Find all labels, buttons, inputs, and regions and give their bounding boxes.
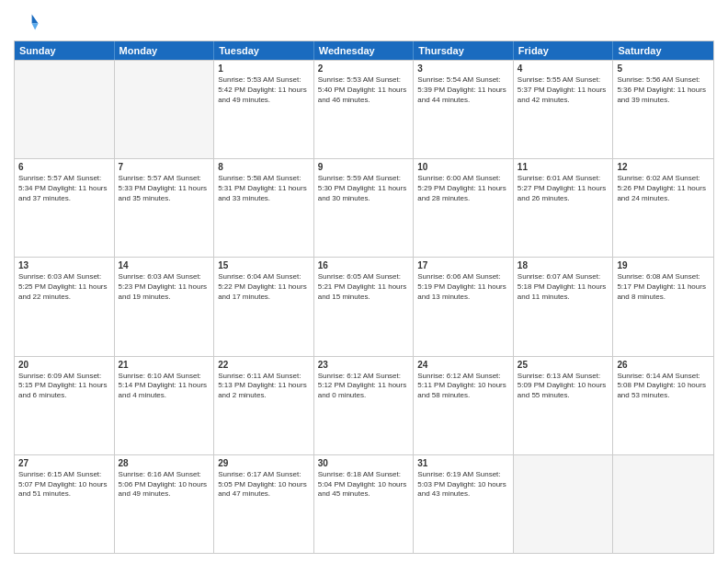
day-info: Sunrise: 6:00 AM Sunset: 5:29 PM Dayligh… [417, 174, 509, 203]
day-info: Sunrise: 6:01 AM Sunset: 5:27 PM Dayligh… [518, 174, 609, 203]
calendar-row: 20Sunrise: 6:09 AM Sunset: 5:15 PM Dayli… [15, 356, 713, 454]
day-number: 13 [18, 260, 110, 270]
day-number: 31 [417, 458, 509, 468]
day-info: Sunrise: 6:15 AM Sunset: 5:07 PM Dayligh… [18, 470, 110, 500]
calendar-cell: 17Sunrise: 6:06 AM Sunset: 5:19 PM Dayli… [414, 258, 514, 355]
calendar-cell: 18Sunrise: 6:07 AM Sunset: 5:18 PM Dayli… [514, 258, 614, 355]
day-number: 10 [417, 162, 509, 172]
calendar-row: 27Sunrise: 6:15 AM Sunset: 5:07 PM Dayli… [15, 454, 713, 553]
day-number: 26 [617, 360, 710, 370]
calendar-cell: 14Sunrise: 6:03 AM Sunset: 5:23 PM Dayli… [115, 258, 215, 355]
svg-marker-0 [32, 15, 39, 24]
day-info: Sunrise: 6:07 AM Sunset: 5:18 PM Dayligh… [518, 272, 609, 302]
day-info: Sunrise: 5:53 AM Sunset: 5:42 PM Dayligh… [218, 75, 310, 105]
day-number: 28 [119, 458, 210, 468]
day-info: Sunrise: 6:10 AM Sunset: 5:14 PM Dayligh… [119, 372, 210, 401]
day-number: 21 [119, 360, 210, 370]
calendar-cell: 24Sunrise: 6:12 AM Sunset: 5:11 PM Dayli… [414, 357, 514, 454]
day-number: 23 [318, 360, 410, 370]
calendar-row: 6Sunrise: 5:57 AM Sunset: 5:34 PM Daylig… [15, 158, 713, 257]
day-info: Sunrise: 6:18 AM Sunset: 5:04 PM Dayligh… [318, 470, 410, 500]
day-number: 24 [417, 360, 509, 370]
day-number: 9 [318, 162, 410, 172]
day-info: Sunrise: 6:17 AM Sunset: 5:05 PM Dayligh… [218, 470, 310, 500]
day-number: 6 [18, 162, 110, 172]
calendar-body: 1Sunrise: 5:53 AM Sunset: 5:42 PM Daylig… [15, 60, 713, 553]
weekday-header: Thursday [414, 41, 514, 60]
weekday-header: Wednesday [314, 41, 415, 60]
calendar-cell [514, 455, 614, 553]
calendar-row: 13Sunrise: 6:03 AM Sunset: 5:25 PM Dayli… [15, 257, 713, 355]
day-number: 8 [218, 162, 310, 172]
calendar-cell: 11Sunrise: 6:01 AM Sunset: 5:27 PM Dayli… [514, 159, 614, 257]
calendar-cell: 19Sunrise: 6:08 AM Sunset: 5:17 PM Dayli… [613, 258, 713, 355]
calendar-cell: 16Sunrise: 6:05 AM Sunset: 5:21 PM Dayli… [314, 258, 415, 355]
day-number: 11 [518, 162, 609, 172]
day-info: Sunrise: 6:13 AM Sunset: 5:09 PM Dayligh… [518, 372, 609, 401]
calendar-cell: 13Sunrise: 6:03 AM Sunset: 5:25 PM Dayli… [15, 258, 115, 355]
day-info: Sunrise: 5:56 AM Sunset: 5:36 PM Dayligh… [617, 75, 710, 105]
day-info: Sunrise: 6:08 AM Sunset: 5:17 PM Dayligh… [617, 272, 710, 302]
day-number: 15 [218, 260, 310, 270]
day-number: 14 [119, 260, 210, 270]
logo-icon [14, 9, 40, 35]
weekday-header: Monday [115, 41, 215, 60]
calendar-cell: 31Sunrise: 6:19 AM Sunset: 5:03 PM Dayli… [414, 455, 514, 553]
calendar-cell: 6Sunrise: 5:57 AM Sunset: 5:34 PM Daylig… [15, 159, 115, 257]
calendar-cell: 5Sunrise: 5:56 AM Sunset: 5:36 PM Daylig… [613, 61, 713, 158]
day-number: 5 [617, 63, 710, 74]
day-info: Sunrise: 5:54 AM Sunset: 5:39 PM Dayligh… [417, 75, 509, 105]
day-number: 2 [318, 63, 410, 74]
calendar-cell: 21Sunrise: 6:10 AM Sunset: 5:14 PM Dayli… [115, 357, 215, 454]
calendar-cell: 9Sunrise: 5:59 AM Sunset: 5:30 PM Daylig… [314, 159, 415, 257]
calendar-cell: 29Sunrise: 6:17 AM Sunset: 5:05 PM Dayli… [214, 455, 314, 553]
day-info: Sunrise: 6:19 AM Sunset: 5:03 PM Dayligh… [417, 470, 509, 500]
calendar-cell: 12Sunrise: 6:02 AM Sunset: 5:26 PM Dayli… [613, 159, 713, 257]
weekday-header: Tuesday [214, 41, 314, 60]
calendar-row: 1Sunrise: 5:53 AM Sunset: 5:42 PM Daylig… [15, 60, 713, 158]
day-info: Sunrise: 6:04 AM Sunset: 5:22 PM Dayligh… [218, 272, 310, 302]
day-info: Sunrise: 6:05 AM Sunset: 5:21 PM Dayligh… [318, 272, 410, 302]
calendar-header: SundayMondayTuesdayWednesdayThursdayFrid… [15, 41, 713, 60]
calendar-cell: 2Sunrise: 5:53 AM Sunset: 5:40 PM Daylig… [314, 61, 415, 158]
calendar-cell: 25Sunrise: 6:13 AM Sunset: 5:09 PM Dayli… [514, 357, 614, 454]
day-number: 20 [18, 360, 110, 370]
calendar-cell [15, 61, 115, 158]
calendar: SundayMondayTuesdayWednesdayThursdayFrid… [14, 40, 714, 554]
day-info: Sunrise: 6:02 AM Sunset: 5:26 PM Dayligh… [617, 174, 710, 203]
day-number: 22 [218, 360, 310, 370]
day-number: 3 [417, 63, 509, 74]
calendar-cell: 8Sunrise: 5:58 AM Sunset: 5:31 PM Daylig… [214, 159, 314, 257]
calendar-cell: 1Sunrise: 5:53 AM Sunset: 5:42 PM Daylig… [214, 61, 314, 158]
calendar-cell [115, 61, 215, 158]
day-info: Sunrise: 5:55 AM Sunset: 5:37 PM Dayligh… [518, 75, 609, 105]
day-info: Sunrise: 5:53 AM Sunset: 5:40 PM Dayligh… [318, 75, 410, 105]
day-info: Sunrise: 5:57 AM Sunset: 5:34 PM Dayligh… [18, 174, 110, 203]
day-number: 19 [617, 260, 710, 270]
day-info: Sunrise: 6:12 AM Sunset: 5:11 PM Dayligh… [417, 372, 509, 401]
day-number: 16 [318, 260, 410, 270]
day-number: 17 [417, 260, 509, 270]
day-info: Sunrise: 5:59 AM Sunset: 5:30 PM Dayligh… [318, 174, 410, 203]
svg-marker-1 [32, 23, 39, 29]
day-info: Sunrise: 6:12 AM Sunset: 5:12 PM Dayligh… [318, 372, 410, 401]
calendar-cell: 15Sunrise: 6:04 AM Sunset: 5:22 PM Dayli… [214, 258, 314, 355]
weekday-header: Friday [514, 41, 614, 60]
day-number: 29 [218, 458, 310, 468]
calendar-cell: 23Sunrise: 6:12 AM Sunset: 5:12 PM Dayli… [314, 357, 415, 454]
day-info: Sunrise: 6:14 AM Sunset: 5:08 PM Dayligh… [617, 372, 710, 401]
logo [14, 9, 43, 35]
day-number: 27 [18, 458, 110, 468]
day-info: Sunrise: 5:58 AM Sunset: 5:31 PM Dayligh… [218, 174, 310, 203]
day-number: 1 [218, 63, 310, 74]
weekday-header: Sunday [15, 41, 115, 60]
page: SundayMondayTuesdayWednesdayThursdayFrid… [0, 0, 728, 563]
day-number: 25 [518, 360, 609, 370]
day-number: 18 [518, 260, 609, 270]
calendar-cell: 26Sunrise: 6:14 AM Sunset: 5:08 PM Dayli… [613, 357, 713, 454]
calendar-cell: 27Sunrise: 6:15 AM Sunset: 5:07 PM Dayli… [15, 455, 115, 553]
day-number: 12 [617, 162, 710, 172]
calendar-cell: 3Sunrise: 5:54 AM Sunset: 5:39 PM Daylig… [414, 61, 514, 158]
day-number: 4 [518, 63, 609, 74]
header [14, 9, 714, 35]
